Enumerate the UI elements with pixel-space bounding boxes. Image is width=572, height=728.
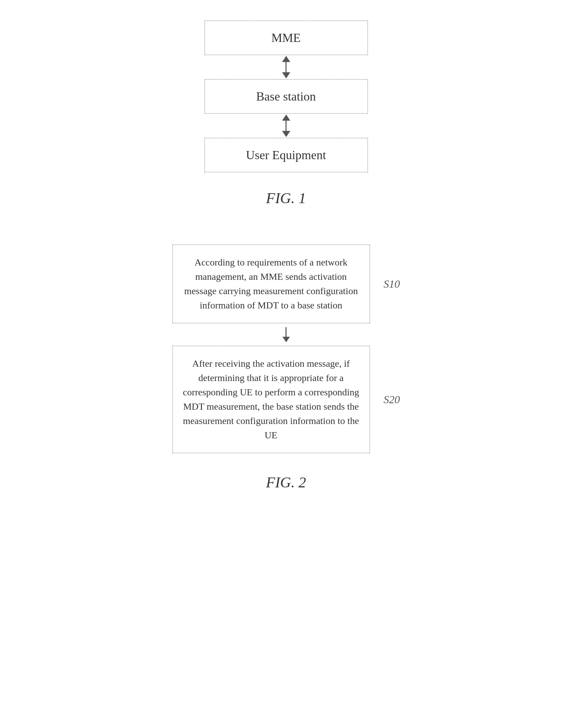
fig2-section: According to requirements of a network m… <box>0 244 572 491</box>
s20-box: After receiving the activation message, … <box>172 346 370 453</box>
arrow-up-1 <box>282 56 290 62</box>
flow-arrow-head <box>282 337 290 342</box>
s10-box: According to requirements of a network m… <box>172 244 370 323</box>
mme-label: MME <box>271 31 300 45</box>
arrow-base-to-ue <box>282 114 290 138</box>
page: MME Base station User Equipment <box>0 0 572 728</box>
flow-arrow-line <box>285 327 287 337</box>
base-station-label: Base station <box>256 90 316 103</box>
base-station-box: Base station <box>204 79 368 114</box>
fig2-label: FIG. 2 <box>266 474 306 491</box>
arrow-down-1 <box>282 72 290 78</box>
s10-label: S10 <box>384 278 400 290</box>
user-equipment-box: User Equipment <box>204 138 368 172</box>
double-arrow-1 <box>282 56 290 78</box>
fig1-section: MME Base station User Equipment <box>0 20 572 217</box>
flow-arrow-between-steps <box>282 323 290 346</box>
s20-label: S20 <box>384 393 400 406</box>
arrow-up-2 <box>282 115 290 121</box>
arrow-line-2 <box>285 121 287 131</box>
flow-step-s20: After receiving the activation message, … <box>172 346 400 453</box>
fig1-label: FIG. 1 <box>266 189 306 207</box>
arrow-mme-to-base <box>282 55 290 79</box>
user-equipment-label: User Equipment <box>246 148 326 162</box>
mme-box: MME <box>204 20 368 55</box>
double-arrow-2 <box>282 115 290 137</box>
s20-text: After receiving the activation message, … <box>183 358 359 440</box>
s10-text: According to requirements of a network m… <box>184 257 358 310</box>
arrow-down-2 <box>282 131 290 137</box>
flow-step-s10: According to requirements of a network m… <box>172 244 400 323</box>
arrow-line-1 <box>285 62 287 72</box>
